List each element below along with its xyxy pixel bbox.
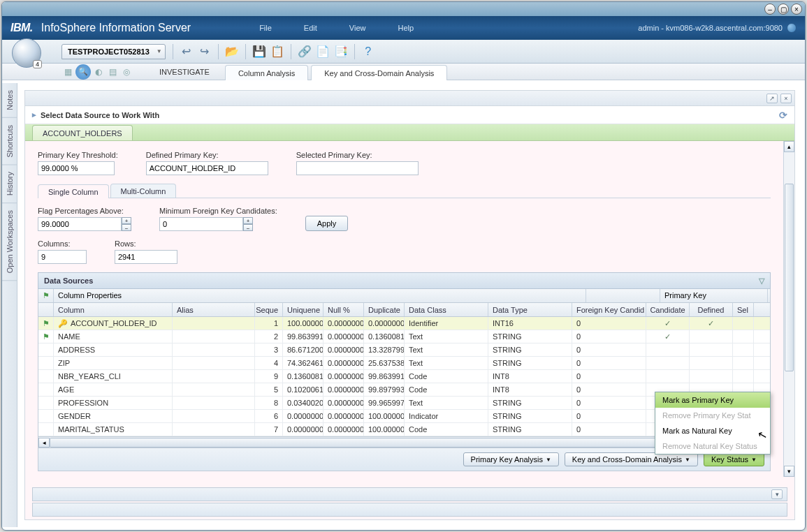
tab-multi-column[interactable]: Multi-Column <box>110 184 177 198</box>
forward-button[interactable]: ↪ <box>196 43 214 61</box>
menu-view[interactable]: View <box>344 21 372 35</box>
scroll-up-button[interactable]: ▴ <box>784 141 794 152</box>
h-flag[interactable] <box>38 303 54 316</box>
h-class[interactable]: Data Class <box>405 303 488 316</box>
menu-mark-primary-key[interactable]: Mark as Primary Key <box>655 392 770 408</box>
h-fk[interactable]: Foreign Key Candid <box>572 303 646 316</box>
step-icon[interactable]: ◐ <box>92 66 105 78</box>
scroll-thumb[interactable] <box>50 438 674 448</box>
vscroll-thumb[interactable] <box>785 184 794 371</box>
spin-down-button[interactable]: – <box>122 224 131 231</box>
cell-class: Identifier <box>405 317 488 330</box>
spin-up-button[interactable]: + <box>243 217 253 224</box>
h-dtype[interactable]: Data Type <box>488 303 572 316</box>
link-button[interactable]: 🔗 <box>296 43 314 61</box>
cell-alias <box>173 317 255 330</box>
cell-sel <box>733 343 754 356</box>
table-row[interactable]: ⚑NAME299.8639910.00000000.1360081TextSTR… <box>38 330 770 343</box>
subtab-key-crossdomain[interactable]: Key and Cross-Domain Analysis <box>311 65 447 80</box>
table-row[interactable]: ⚑🔑ACCOUNT_HOLDER_ID1100.000000.00000000.… <box>38 317 770 330</box>
cell-seq: 6 <box>255 410 283 422</box>
menu-mark-natural-key[interactable]: Mark as Natural Key <box>655 423 770 438</box>
grid-header-groups: ⚑ Column Properties Primary Key <box>38 289 770 303</box>
menu-edit[interactable]: Edit <box>298 21 323 35</box>
h-def[interactable]: Defined <box>690 303 733 316</box>
field-defined-pk: Defined Primary Key: <box>146 151 268 175</box>
copy-button[interactable]: 📑 <box>332 43 350 61</box>
btn-key-crossdomain-analysis[interactable]: Key and Cross-Domain Analysis▼ <box>565 452 698 466</box>
pk-fields-row: Primary Key Threshold: Defined Primary K… <box>38 151 771 175</box>
h-column[interactable]: Column <box>54 303 173 316</box>
btn-primary-key-analysis[interactable]: Primary Key Analysis▼ <box>463 452 559 466</box>
cell-uniq: 0.1360081 <box>283 370 323 383</box>
app-header: IBM. InfoSphere Information Server File … <box>2 16 805 40</box>
input-min-fk[interactable] <box>159 217 243 231</box>
nav-orb[interactable]: 4 <box>12 38 41 68</box>
footbar-caret[interactable]: ▾ <box>771 489 783 499</box>
table-row[interactable]: ADDRESS386.6712000.000000013.328799TextS… <box>38 343 770 357</box>
h-uniq[interactable]: Uniquene <box>283 303 323 316</box>
h-seq[interactable]: Seque <box>255 303 283 316</box>
tab-single-column[interactable]: Single Column <box>38 184 109 198</box>
cell-fk: 0 <box>572 317 646 330</box>
doc-button[interactable]: 📄 <box>314 43 332 61</box>
table-row[interactable]: ZIP474.3624610.000000025.637538TextSTRIN… <box>38 357 770 370</box>
spin-down-button[interactable]: – <box>243 224 253 231</box>
step-icon[interactable]: ▦ <box>61 66 74 78</box>
flag-header[interactable]: ⚑ <box>38 289 54 302</box>
subtab-column-analysis[interactable]: Column Analysis <box>225 65 308 80</box>
side-tab-notes[interactable]: Notes <box>2 83 17 118</box>
cell-flag <box>38 343 54 356</box>
scroll-down-button[interactable]: ▾ <box>784 466 794 477</box>
input-pk-threshold[interactable] <box>38 161 115 175</box>
step-icon[interactable]: ▤ <box>106 66 119 78</box>
h-dup[interactable]: Duplicate <box>364 303 405 316</box>
help-button[interactable]: ? <box>359 43 377 61</box>
apply-button[interactable]: Apply <box>305 216 349 231</box>
step-icon[interactable]: ◎ <box>120 66 133 78</box>
input-flag-pct[interactable] <box>38 217 122 231</box>
open-button[interactable]: 📂 <box>223 43 241 61</box>
panel-expand-button[interactable]: ↗ <box>766 94 778 103</box>
refresh-icon[interactable]: ⟳ <box>779 110 787 121</box>
input-selected-pk[interactable] <box>296 161 419 175</box>
spin-up-button[interactable]: + <box>122 217 131 224</box>
table-tab-account-holders[interactable]: ACCOUNT_HOLDERS <box>32 125 133 140</box>
cell-sel <box>733 330 754 343</box>
panel-close-button[interactable]: × <box>780 94 792 103</box>
cell-class: Code <box>405 423 488 436</box>
side-tab-history[interactable]: History <box>2 165 17 203</box>
h-null[interactable]: Null % <box>323 303 364 316</box>
globe-icon[interactable] <box>787 23 797 33</box>
scroll-left-button[interactable]: ◂ <box>38 438 50 448</box>
vertical-scrollbar[interactable]: ▴ ▾ <box>783 141 794 477</box>
menu-help[interactable]: Help <box>392 21 419 35</box>
save-button[interactable]: 💾 <box>250 43 268 61</box>
project-tab[interactable]: TESTPROJECT052813 ▼ <box>61 44 166 59</box>
scroll-track[interactable] <box>50 438 759 448</box>
user-info: admin - kvm086-w2k8.ascentral.com:9080 <box>638 23 797 33</box>
side-tab-shortcuts[interactable]: Shortcuts <box>2 118 17 165</box>
h-cand[interactable]: Candidate <box>646 303 690 316</box>
filter-icon[interactable]: ▽ <box>759 276 764 286</box>
vscroll-track[interactable] <box>784 152 794 466</box>
maximize-button[interactable]: ▢ <box>778 3 789 15</box>
field-apply: Apply <box>305 205 349 231</box>
minimize-button[interactable]: – <box>764 3 776 15</box>
side-tab-open-workspaces[interactable]: Open Workspaces <box>2 203 17 281</box>
export-button[interactable]: 📋 <box>268 43 286 61</box>
cell-candidate: ✓ <box>646 330 690 343</box>
step-current-icon[interactable]: 🔍 <box>75 64 91 80</box>
expand-icon[interactable]: ▸ <box>32 110 36 119</box>
label-min-fk: Minimum Foreign Key Candidates: <box>159 207 277 215</box>
close-button[interactable]: × <box>791 3 802 15</box>
cell-class: Text <box>405 343 488 356</box>
h-alias[interactable]: Alias <box>173 303 255 316</box>
back-button[interactable]: ↩ <box>177 43 196 61</box>
cell-dup: 0.0000000 <box>364 317 405 330</box>
input-defined-pk[interactable] <box>146 161 268 175</box>
btn-key-status[interactable]: Key Status▼ <box>704 452 764 466</box>
menu-file[interactable]: File <box>254 21 277 35</box>
h-sel[interactable]: Sel <box>733 303 754 316</box>
table-row[interactable]: NBR_YEARS_CLI90.13600810.000000099.86399… <box>38 370 770 383</box>
